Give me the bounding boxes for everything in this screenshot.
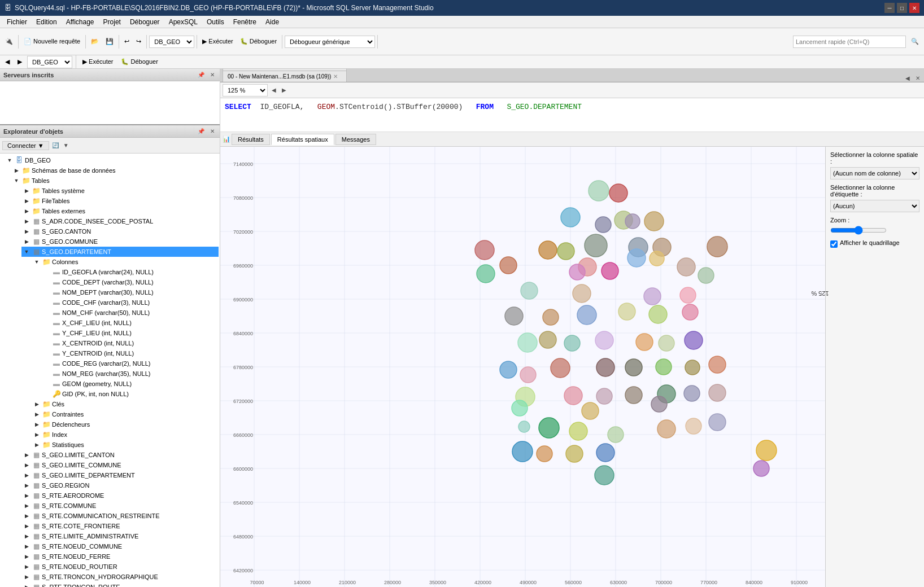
spatial-dot-2[interactable]	[561, 208, 580, 227]
spatial-dot-9[interactable]	[539, 241, 557, 259]
tree-col-2[interactable]: ▶ ▬ NOM_DEPT (varchar(30), NULL)	[42, 287, 219, 297]
tree-col-9[interactable]: ▶ ▬ CODE_REG (varchar(2), NULL)	[42, 358, 219, 369]
tree-table-more-9[interactable]: ▶ ▦ S_RTE.NOEUD_COMMUNE	[21, 541, 219, 551]
spatial-dot-26[interactable]	[680, 287, 696, 303]
spatial-dot-37[interactable]	[636, 334, 653, 351]
tree-table-0[interactable]: ▶ ▦ S_ADR.CODE_INSEE_CODE_POSTAL	[21, 216, 219, 226]
tree-col-6[interactable]: ▶ ▬ Y_CHF_LIEU (int, NULL)	[42, 328, 219, 338]
menu-item-projet[interactable]: Projet	[99, 17, 125, 27]
save-button[interactable]: 💾	[103, 36, 116, 47]
spatial-dot-19[interactable]	[627, 249, 646, 267]
spatial-dot-41[interactable]	[551, 358, 570, 378]
spatial-dot-59[interactable]	[651, 396, 667, 412]
spatial-dot-36[interactable]	[595, 331, 613, 349]
close-panel-button[interactable]: ✕	[208, 71, 216, 78]
spatial-dot-22[interactable]	[698, 268, 714, 283]
tree-col-4[interactable]: ▶ ▬ NOM_CHF (varchar(50), NULL)	[42, 308, 219, 318]
show-grid-row[interactable]: Afficher le quadrillage	[830, 239, 919, 248]
tree-table-more-4[interactable]: ▶ ▦ S_RTE.AERODROME	[21, 490, 219, 501]
new-connection-button[interactable]: 🔌	[2, 36, 16, 47]
tree-col-8[interactable]: ▶ ▬ Y_CENTROID (int, NULL)	[42, 348, 219, 358]
label-col-select[interactable]: (Aucun)	[830, 200, 919, 212]
refresh-button[interactable]: 🔄	[50, 142, 60, 149]
tree-table-more-12[interactable]: ▶ ▦ S_RTE.TRONCON_HYDROGRAPHIQUE	[21, 572, 219, 582]
tabs-controls[interactable]: ◀ ✕	[904, 75, 924, 82]
zoom-slider[interactable]	[830, 226, 887, 235]
spatial-dot-64[interactable]	[512, 441, 533, 462]
pin-button[interactable]: 📌	[196, 71, 206, 78]
zoom-select[interactable]: 125 %	[223, 84, 268, 97]
spatial-dot-49[interactable]	[564, 387, 582, 405]
spatial-dot-25[interactable]	[644, 288, 661, 305]
quick-launch-input[interactable]	[793, 36, 906, 48]
open-file-button[interactable]: 📂	[88, 36, 102, 47]
undo-button[interactable]: ↩	[121, 36, 132, 47]
tree-table-2[interactable]: ▶ ▦ S_GEO.COMMUNE	[21, 236, 219, 247]
tree-table-more-3[interactable]: ▶ ▦ S_GEO.REGION	[21, 480, 219, 490]
menu-item-outils[interactable]: Outils	[202, 17, 229, 27]
db-selector-small[interactable]: DB_GEO	[27, 56, 72, 68]
execute-button[interactable]: ▶ Exécuter	[199, 36, 236, 47]
spatial-dot-7[interactable]	[707, 236, 727, 257]
debug-button[interactable]: 🐛 Déboguer	[237, 36, 280, 47]
expand-root[interactable]: ▼	[6, 156, 14, 164]
spatial-dot-38[interactable]	[659, 335, 674, 351]
spatial-dot-50[interactable]	[596, 388, 612, 404]
spatial-canvas[interactable]: 7140000708000070200006960000690000068400…	[220, 147, 825, 587]
tree-colonnes-folder[interactable]: ▼ 📁 Colonnes	[32, 257, 219, 267]
spatial-dot-1[interactable]	[609, 184, 627, 202]
tree-table-more-13[interactable]: ▶ ▦ S_RTE.TRONCON_ROUTE	[21, 582, 219, 587]
tree-table-more-7[interactable]: ▶ ▦ S_RTE.COTE_FRONTIERE	[21, 521, 219, 531]
explorer-close-button[interactable]: ✕	[208, 128, 216, 135]
spatial-dot-5[interactable]	[625, 214, 640, 229]
spatial-dot-11[interactable]	[585, 234, 607, 257]
menu-item-apexsql[interactable]: ApexSQL	[164, 17, 202, 27]
spatial-dot-43[interactable]	[625, 359, 642, 376]
spatial-dot-33[interactable]	[518, 333, 537, 352]
spatial-dot-0[interactable]	[589, 181, 609, 201]
spatial-dot-51[interactable]	[625, 387, 642, 404]
database-dropdown[interactable]: DB_GEO	[149, 36, 194, 48]
serveurs-header-controls[interactable]: 📌 ✕	[196, 71, 216, 78]
menu-item-affichage[interactable]: Affichage	[62, 17, 99, 27]
tabs-close-button[interactable]: ✕	[914, 75, 922, 82]
spatial-dot-63[interactable]	[518, 421, 530, 432]
tree-subfolder-1[interactable]: ▶ 📁 Contraintes	[32, 409, 219, 419]
spatial-dot-47[interactable]	[520, 367, 536, 383]
tree-table-more-1[interactable]: ▶ ▦ S_GEO.LIMITE_COMMUNE	[21, 460, 219, 470]
spatial-dot-3[interactable]	[595, 217, 611, 233]
tree-col-0[interactable]: ▶ ▬ ID_GEOFLA (varchar(24), NULL)	[42, 267, 219, 277]
tree-db-root[interactable]: ▼ 🗄 DB_GEO	[1, 155, 219, 165]
spatial-dot-65[interactable]	[537, 446, 552, 462]
spatial-dot-28[interactable]	[543, 309, 559, 325]
spatial-dot-16[interactable]	[477, 265, 495, 283]
tree-schemas[interactable]: ▶ 📁 Schémas de base de données	[11, 165, 219, 176]
show-grid-checkbox[interactable]	[830, 240, 838, 248]
tree-col-5[interactable]: ▶ ▬ X_CHF_LIEU (int, NULL)	[42, 318, 219, 328]
explorer-header-controls[interactable]: 📌 ✕	[196, 128, 216, 135]
spatial-dot-67[interactable]	[596, 444, 614, 462]
tree-ext-tables[interactable]: ▶ 📁 Tables externes	[21, 206, 219, 216]
spatial-dot-53[interactable]	[684, 386, 700, 401]
spatial-dot-35[interactable]	[564, 335, 580, 351]
spatial-dot-18[interactable]	[602, 262, 618, 279]
back-button[interactable]: ◀	[2, 56, 12, 67]
new-query-button[interactable]: 📄 Nouvelle requête	[21, 36, 83, 47]
tree-table-more-10[interactable]: ▶ ▦ S_RTE.NOEUD_FERRE	[21, 551, 219, 562]
spatial-dot-60[interactable]	[657, 420, 675, 438]
spatial-dot-27[interactable]	[505, 307, 523, 325]
spatial-dot-54[interactable]	[709, 384, 726, 401]
spatial-dot-32[interactable]	[682, 304, 698, 320]
spatial-dot-40[interactable]	[500, 361, 517, 378]
spatial-dot-56[interactable]	[539, 418, 559, 438]
menu-item-déboguer[interactable]: Déboguer	[125, 17, 164, 27]
result-tab-0[interactable]: Résultats	[232, 134, 270, 145]
tree-col-gid[interactable]: ▶ 🔑 GID (PK, int, non NULL)	[42, 389, 219, 399]
spatial-dot-34[interactable]	[539, 331, 556, 348]
menu-item-fenêtre[interactable]: Fenêtre	[229, 17, 261, 27]
maximize-button[interactable]: □	[897, 3, 907, 13]
tree-tables-root[interactable]: ▼ 📁 Tables	[11, 176, 219, 186]
spatial-dot-68[interactable]	[608, 427, 624, 443]
spatial-dot-31[interactable]	[649, 305, 667, 323]
tree-subfolder-4[interactable]: ▶ 📁 Statistiques	[32, 440, 219, 450]
